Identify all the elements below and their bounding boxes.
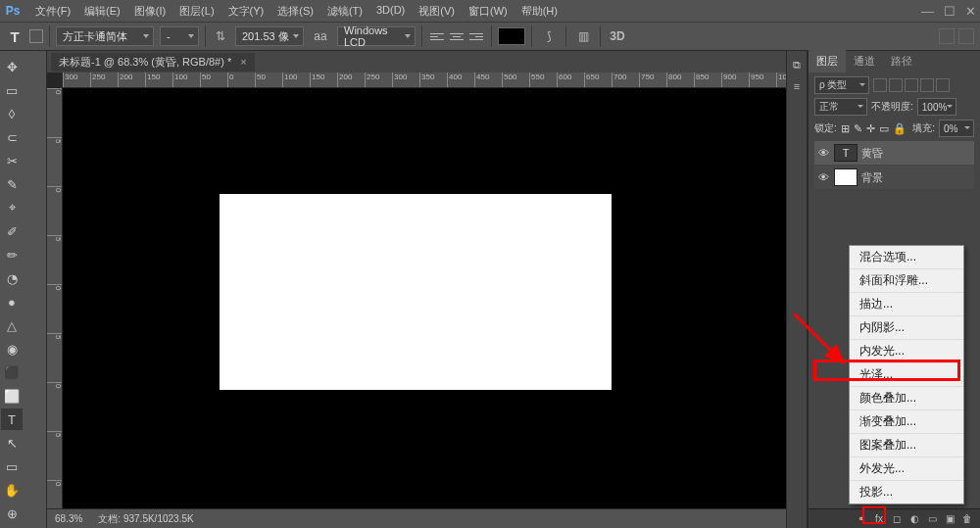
font-family-dropdown[interactable]: 方正卡通简体 (56, 26, 154, 46)
move-tool[interactable]: ✥ (1, 56, 23, 77)
blend-mode-dropdown[interactable]: 正常 (814, 98, 867, 116)
blur-tool[interactable]: ⬛ (1, 361, 23, 383)
canvas[interactable] (220, 194, 612, 390)
align-right-button[interactable] (467, 27, 485, 45)
maximize-button[interactable]: ☐ (944, 4, 956, 19)
healing-tool[interactable]: ✐ (1, 220, 23, 242)
lock-position-icon[interactable]: ✛ (866, 122, 875, 135)
fx-inner-glow[interactable]: 内发光... (850, 340, 963, 363)
eraser-tool[interactable]: △ (1, 314, 23, 336)
fill-value[interactable]: 0% (939, 120, 974, 137)
zoom-tool[interactable]: ⊕ (1, 503, 23, 524)
menu-3d[interactable]: 3D(D) (370, 2, 411, 21)
document-info[interactable]: 文档: 937.5K/1023.5K (98, 512, 193, 526)
fx-stroke[interactable]: 描边... (850, 293, 963, 316)
lock-artboard-icon[interactable]: ▭ (879, 122, 889, 135)
layer-item[interactable]: 👁 背景 (814, 166, 974, 189)
lasso-tool[interactable]: ⊂ (1, 126, 23, 148)
menu-layer[interactable]: 图层(L) (173, 2, 220, 21)
tab-layers[interactable]: 图层 (808, 50, 846, 72)
fx-gradient-overlay[interactable]: 渐变叠加... (850, 410, 963, 434)
link-layers-icon[interactable]: ⚭ (855, 512, 868, 526)
visibility-icon[interactable]: 👁 (816, 147, 830, 159)
hand-tool[interactable]: ✋ (1, 479, 23, 501)
visibility-icon[interactable]: 👁 (816, 171, 830, 183)
layer-item[interactable]: 👁 T 黄昏 (814, 141, 974, 165)
type-tool[interactable]: T (1, 408, 23, 430)
layer-name[interactable]: 黄昏 (861, 146, 883, 161)
history-panel-icon[interactable]: ⧉ (789, 57, 805, 72)
eyedropper-tool[interactable]: ⌖ (1, 197, 23, 218)
menu-image[interactable]: 图像(I) (128, 2, 172, 21)
anti-alias-icon[interactable]: aa (310, 27, 331, 45)
ruler-tick: 600 (557, 72, 571, 88)
filter-text-icon[interactable] (905, 78, 918, 92)
menu-window[interactable]: 窗口(W) (463, 2, 514, 21)
workspace-icon[interactable] (958, 28, 974, 44)
fx-pattern-overlay[interactable]: 图案叠加... (850, 434, 963, 457)
properties-panel-icon[interactable]: ≡ (789, 78, 805, 94)
layer-filter-dropdown[interactable]: ρ 类型 (814, 76, 869, 94)
menu-help[interactable]: 帮助(H) (515, 2, 564, 21)
menu-filter[interactable]: 滤镜(T) (321, 2, 368, 21)
lock-image-icon[interactable]: ✎ (854, 122, 862, 135)
canvas-background[interactable] (63, 88, 786, 508)
character-panel-button[interactable]: ▥ (572, 27, 594, 45)
group-icon[interactable]: ▭ (925, 512, 939, 526)
menu-file[interactable]: 文件(F) (29, 2, 76, 21)
new-layer-icon[interactable]: ▣ (943, 512, 956, 526)
fx-satin[interactable]: 光泽... (850, 363, 963, 387)
tab-close-icon[interactable]: × (240, 56, 246, 68)
adjustment-layer-icon[interactable]: ◐ (907, 512, 921, 526)
fx-outer-glow[interactable]: 外发光... (850, 457, 963, 481)
gradient-tool[interactable]: ◉ (1, 338, 23, 360)
crop-tool[interactable]: ✎ (1, 173, 23, 195)
marquee-tool[interactable]: ◊ (1, 103, 23, 124)
history-brush-tool[interactable]: ● (1, 291, 23, 312)
align-center-button[interactable] (448, 27, 466, 45)
layer-name[interactable]: 背景 (861, 170, 883, 185)
align-left-button[interactable] (428, 27, 446, 45)
warp-text-button[interactable]: ⟆ (538, 27, 560, 45)
menu-type[interactable]: 文字(Y) (222, 2, 270, 21)
orientation-toggle-icon[interactable]: ⇅ (212, 27, 229, 45)
artboard-tool[interactable]: ▭ (1, 79, 23, 101)
filter-smart-icon[interactable] (936, 78, 950, 92)
clone-tool[interactable]: ◔ (1, 267, 23, 289)
delete-layer-icon[interactable]: 🗑 (960, 512, 974, 526)
fx-blend-options[interactable]: 混合选项... (850, 246, 963, 269)
brush-tool[interactable]: ✏ (1, 244, 23, 265)
fx-bevel[interactable]: 斜面和浮雕... (850, 269, 963, 293)
path-tool[interactable]: ↖ (1, 432, 23, 454)
text-color-well[interactable] (498, 27, 525, 45)
menu-select[interactable]: 选择(S) (271, 2, 319, 21)
tab-paths[interactable]: 路径 (883, 50, 920, 72)
zoom-level[interactable]: 68.3% (55, 513, 82, 524)
minimize-button[interactable]: — (921, 4, 934, 19)
pen-tool[interactable]: ⬜ (1, 385, 23, 407)
font-size-dropdown[interactable]: 201.53 像 (235, 26, 304, 46)
lock-all-icon[interactable]: 🔒 (893, 122, 906, 135)
anti-alias-dropdown[interactable]: Windows LCD (337, 26, 416, 46)
filter-pixel-icon[interactable] (873, 78, 887, 92)
menu-view[interactable]: 视图(V) (413, 2, 461, 21)
fx-inner-shadow[interactable]: 内阴影... (850, 316, 963, 340)
shape-tool[interactable]: ▭ (1, 456, 23, 477)
opacity-value[interactable]: 100% (917, 98, 956, 116)
preset-picker-icon[interactable] (29, 29, 43, 43)
tab-channels[interactable]: 通道 (846, 50, 883, 72)
quickselect-tool[interactable]: ✂ (1, 150, 23, 171)
layer-fx-icon[interactable]: fx (872, 512, 886, 526)
font-style-dropdown[interactable]: - (160, 26, 199, 46)
3d-button[interactable]: 3D (607, 27, 628, 45)
fx-color-overlay[interactable]: 颜色叠加... (850, 387, 963, 410)
filter-shape-icon[interactable] (920, 78, 934, 92)
lock-transparency-icon[interactable]: ⊞ (841, 122, 850, 135)
cloud-icon[interactable] (939, 28, 955, 44)
layer-mask-icon[interactable]: ◻ (890, 512, 904, 526)
fx-drop-shadow[interactable]: 投影... (850, 481, 963, 504)
document-tab[interactable]: 未标题-1 @ 68.3% (黄昏, RGB/8#) * × (51, 53, 255, 72)
close-button[interactable]: ✕ (965, 4, 976, 19)
menu-edit[interactable]: 编辑(E) (78, 2, 126, 21)
filter-adjust-icon[interactable] (889, 78, 903, 92)
